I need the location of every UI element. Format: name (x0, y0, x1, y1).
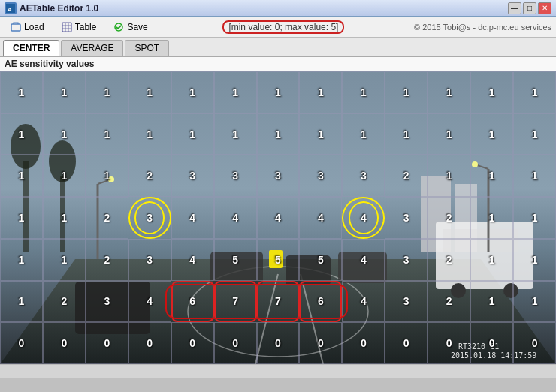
grid-cell: 1 (299, 113, 342, 155)
grid-cell: 4 (214, 197, 257, 239)
grid-cell: 0 (385, 322, 428, 364)
tab-center[interactable]: CENTER (3, 40, 59, 56)
grid-cell: 3 (214, 155, 257, 197)
grid-cell: 1 (513, 197, 556, 239)
grid-cell: 1 (43, 197, 86, 239)
grid-cell: 1 (214, 113, 257, 155)
grid-cell: 0 (128, 322, 171, 364)
app-icon: A (5, 2, 17, 14)
tab-bar: CENTER AVERAGE SPOT (0, 38, 556, 57)
grid-cell: 1 (342, 113, 385, 155)
grid-cell: 1 (86, 113, 128, 155)
value-range-box: [min value: 0; max value: 5] (159, 20, 408, 34)
grid-cell: 3 (299, 155, 342, 197)
grid-cell: 1 (43, 155, 86, 197)
grid-cell: 7 (257, 281, 300, 323)
toolbar: Load Table Save [min value: 0; max value… (0, 17, 556, 38)
svg-text:A: A (8, 6, 12, 13)
grid-cell: 1 (0, 239, 43, 281)
grid-cell: 1 (43, 113, 86, 155)
grid-cell: 4 (342, 239, 385, 281)
grid-cell: 1 (385, 113, 428, 155)
grid-cell: 3 (385, 239, 428, 281)
grid-cell: 1 (128, 113, 171, 155)
grid-cell: 4 (342, 197, 385, 239)
load-button[interactable]: Load (5, 19, 50, 35)
grid-cell: 1 (470, 113, 513, 155)
tab-average[interactable]: AVERAGE (61, 40, 123, 56)
grid-cell: 1 (428, 155, 470, 197)
load-icon (10, 21, 22, 33)
grid-cell: 1 (513, 113, 556, 155)
grid-cell: 1 (342, 71, 385, 113)
grid-cell: 1 (470, 155, 513, 197)
section-label: AE sensitivity values (0, 57, 556, 71)
grid-cell: 4 (128, 281, 171, 323)
grid-cell: 0 (43, 322, 86, 364)
grid-cell: 5 (299, 239, 342, 281)
close-button[interactable]: ✕ (538, 2, 551, 14)
grid-cell: 1 (470, 197, 513, 239)
grid-cell: 1 (257, 113, 300, 155)
grid-cell: 0 (470, 322, 513, 364)
grid-cell: 1 (513, 281, 556, 323)
load-label: Load (24, 22, 44, 32)
grid-cell: 1 (0, 113, 43, 155)
main-content: AE sensitivity values (0, 57, 556, 364)
grid-cell: 1 (470, 281, 513, 323)
grid-cell: 1 (428, 71, 470, 113)
save-button[interactable]: Save (107, 19, 153, 35)
grid-cell: 4 (342, 281, 385, 323)
grid-cell: 5 (214, 239, 257, 281)
titlebar: A AETable Editor 1.0 — □ ✕ (0, 0, 556, 17)
grid-cell: 3 (171, 155, 214, 197)
grid-cell: 2 (385, 155, 428, 197)
grid-cell: 0 (299, 322, 342, 364)
tab-spot[interactable]: SPOT (125, 40, 169, 56)
grid-cell: 3 (86, 281, 128, 323)
svg-rect-2 (11, 24, 20, 31)
grid-cell: 1 (385, 71, 428, 113)
grid-cell: 1 (171, 71, 214, 113)
svg-rect-3 (62, 23, 71, 32)
table-button[interactable]: Table (56, 19, 102, 35)
grid-cell: 4 (257, 197, 300, 239)
table-icon (61, 21, 73, 33)
grid-cell: 3 (257, 155, 300, 197)
grid-cell: 1 (470, 71, 513, 113)
grid-cell: 1 (0, 281, 43, 323)
minimize-button[interactable]: — (508, 2, 521, 14)
grid-cell: 2 (428, 239, 470, 281)
status-text (5, 367, 7, 375)
grid-cell: 3 (128, 197, 171, 239)
grid-cell: 2 (128, 155, 171, 197)
grid-cell: 2 (86, 197, 128, 239)
grid-cell: 5 (257, 239, 300, 281)
grid-cell: 0 (0, 322, 43, 364)
grid-cell: 3 (385, 197, 428, 239)
grid-cell: 4 (171, 239, 214, 281)
grid-cell: 2 (428, 281, 470, 323)
table-label: Table (75, 22, 97, 32)
save-label: Save (127, 22, 147, 32)
grid-cell: 1 (0, 197, 43, 239)
grid-cell: 1 (257, 71, 300, 113)
grid-cell: 1 (470, 239, 513, 281)
grid-cell: 0 (342, 322, 385, 364)
grid-cell: 1 (513, 155, 556, 197)
grid-cell: 1 (43, 71, 86, 113)
statusbar (0, 364, 556, 378)
grid-cell: 1 (214, 71, 257, 113)
copyright-text: © 2015 Tobi@s - dc.p-mc.eu services (414, 23, 551, 32)
maximize-button[interactable]: □ (523, 2, 536, 14)
save-icon (113, 21, 125, 33)
grid-cell: 3 (128, 239, 171, 281)
grid-cell: 1 (513, 239, 556, 281)
grid-container[interactable]: RT3210_C1 2015.01.18 14:17:59 1111111111… (0, 71, 556, 364)
grid-cell: 1 (171, 113, 214, 155)
grid-cell: 2 (86, 239, 128, 281)
grid-cell: 6 (171, 281, 214, 323)
grid-cell: 0 (171, 322, 214, 364)
grid-cell: 1 (299, 71, 342, 113)
grid-cell: 1 (86, 155, 128, 197)
